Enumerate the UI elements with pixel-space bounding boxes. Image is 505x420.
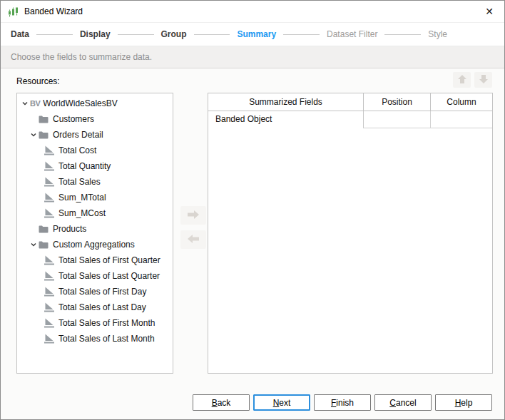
add-field-button[interactable] [180,206,206,225]
step-dataset-filter[interactable]: Dataset Filter [327,29,377,39]
row-reorder-controls [453,72,492,88]
tree-item-label: Sum_MTotal [58,193,106,203]
field-transfer-controls [180,206,206,249]
summary-field-icon [44,208,54,218]
tree-item-label: Total Quantity [58,161,111,171]
tree-item-label: Total Sales of Last Month [58,334,155,344]
cancel-button[interactable]: Cancel [374,394,432,411]
help-button[interactable]: Help [435,394,492,411]
summary-field-icon [44,287,54,297]
summary-field-icon [44,193,54,203]
tree-item-total-sales-of-last-quarter[interactable]: Total Sales of Last Quarter [17,268,173,284]
resources-tree: BVWorldWideSalesBVCustomersOrders Detail… [16,93,173,374]
business-view-icon: BV [30,99,40,108]
tree-item-label: Total Sales of First Quarter [58,255,160,265]
tree-item-label: Orders Detail [53,130,103,140]
tree-item-sum-mcost[interactable]: Sum_MCost [17,205,173,221]
column-header-position: Position [363,93,430,111]
summary-field-icon [44,177,54,187]
move-down-button[interactable] [474,72,492,88]
tree-item-products[interactable]: Products [17,221,173,237]
tree-item-label: Sum_MCost [58,208,106,218]
step-summary[interactable]: Summary [237,29,276,39]
tree-item-customers[interactable]: Customers [17,111,173,127]
chevron-down-icon[interactable] [29,131,39,138]
resources-label: Resources: [16,76,60,86]
column-header-column: Column [430,93,492,111]
cell-column[interactable] [430,111,492,128]
column-header-summarized-fields: Summarized Fields [208,93,363,111]
summary-field-icon [44,302,54,312]
tree-item-label: Custom Aggregations [53,240,135,250]
tree-item-label: Total Sales of Last Day [58,302,146,312]
summary-field-icon [44,161,54,171]
summary-field-icon [44,271,54,281]
wizard-step-bar: DataDisplayGroupSummaryDataset FilterSty… [1,23,504,46]
summary-field-icon [44,318,54,328]
tree-item-label: Total Cost [58,145,96,155]
step-group[interactable]: Group [161,29,187,39]
folder-icon [39,130,49,139]
table-header-row: Summarized FieldsPositionColumn [208,93,492,111]
move-up-icon [457,74,467,86]
content-area: Resources: BVWorldWideSalesBVCustomersOr… [1,68,504,420]
close-button[interactable]: ✕ [474,1,504,22]
footer-buttons: BackNextFinishCancelHelp [193,394,492,411]
chevron-down-icon[interactable] [20,100,30,107]
chevron-down-icon[interactable] [29,241,39,248]
move-left-icon [187,234,200,246]
tree-item-total-sales-of-last-day[interactable]: Total Sales of Last Day [17,299,173,315]
folder-icon [39,240,49,249]
folder-icon [39,225,49,233]
table-body: Banded Object [208,111,492,128]
summary-field-icon [44,255,54,265]
banded-wizard-dialog: { "window": { "title": "Banded Wizard", … [0,0,505,420]
folder-icon [39,115,49,123]
banded-chart-icon [7,6,19,17]
step-display[interactable]: Display [80,29,111,39]
move-up-button[interactable] [453,72,471,88]
next-button[interactable]: Next [253,394,310,411]
step-connector [36,34,73,35]
finish-button[interactable]: Finish [314,394,371,411]
tree-item-label: Products [53,224,86,234]
table-row[interactable]: Banded Object [208,111,492,128]
summary-field-icon [44,334,54,344]
tree-item-total-quantity[interactable]: Total Quantity [17,158,173,174]
tree-item-worldwidesalesbv[interactable]: BVWorldWideSalesBV [17,96,173,111]
tree-item-label: Total Sales of First Day [58,287,146,297]
move-right-icon [187,210,200,222]
tree-item-sum-mtotal[interactable]: Sum_MTotal [17,190,173,205]
tree-item-label: Customers [53,114,94,124]
window-title: Banded Wizard [24,6,83,16]
tree-item-label: WorldWideSalesBV [43,98,117,108]
tree-item-total-sales[interactable]: Total Sales [17,174,173,190]
tree-item-label: Total Sales of First Month [58,318,155,328]
title-bar: Banded Wizard ✕ [1,1,504,23]
tree-item-total-sales-of-first-month[interactable]: Total Sales of First Month [17,315,173,331]
tree-item-label: Total Sales of Last Quarter [58,271,160,281]
tree-item-label: Total Sales [58,177,101,187]
tree-item-total-cost[interactable]: Total Cost [17,143,173,158]
tree-item-total-sales-of-last-month[interactable]: Total Sales of Last Month [17,331,173,347]
step-connector [194,34,230,35]
step-data[interactable]: Data [11,29,29,39]
summarized-fields-table: Summarized FieldsPositionColumn Banded O… [208,93,493,374]
tree-item-total-sales-of-first-day[interactable]: Total Sales of First Day [17,284,173,299]
step-style[interactable]: Style [428,29,447,39]
back-button[interactable]: Back [193,394,250,411]
cell-summarized-field: Banded Object [208,111,363,128]
cell-position[interactable] [363,111,430,128]
step-description: Choose the fields to summarize data. [1,46,504,68]
remove-field-button[interactable] [180,230,206,249]
move-down-icon [479,74,489,86]
step-connector [118,34,154,35]
tree-item-orders-detail[interactable]: Orders Detail [17,127,173,143]
step-connector [384,34,421,35]
summary-field-icon [44,145,54,155]
step-connector [283,34,320,35]
tree-item-custom-aggregations[interactable]: Custom Aggregations [17,237,173,252]
tree-item-total-sales-of-first-quarter[interactable]: Total Sales of First Quarter [17,252,173,268]
